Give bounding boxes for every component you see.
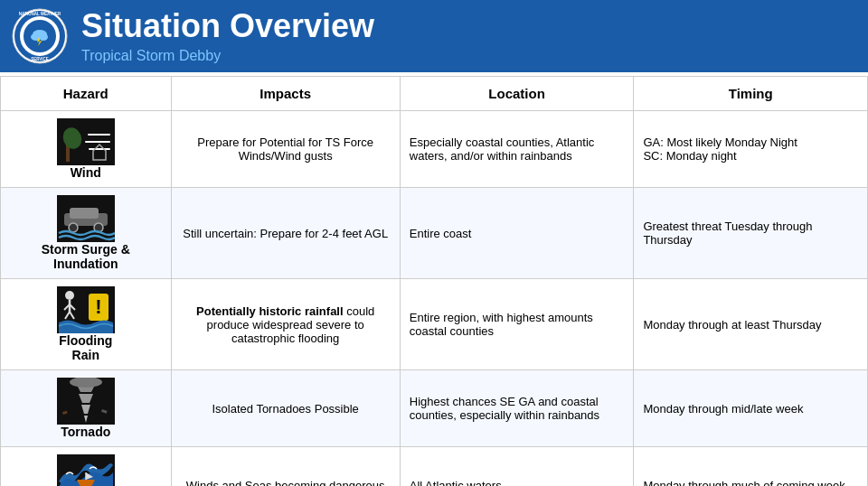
hazard-name: Tornado — [61, 425, 110, 439]
col-location: Location — [400, 77, 634, 111]
hazard-cell: Wind — [1, 111, 172, 188]
location-cell: Especially coastal counties, Atlantic wa… — [400, 111, 634, 188]
situation-table: Hazard Impacts Location Timing WindPrepa… — [0, 76, 868, 486]
table-container: Hazard Impacts Location Timing WindPrepa… — [0, 72, 868, 486]
svg-point-8 — [39, 33, 48, 41]
table-row: ! FloodingRainPotentially historic rainf… — [1, 279, 868, 370]
svg-point-23 — [65, 291, 74, 300]
table-row: TornadoIsolated Tornadoes PossibleHighes… — [1, 370, 868, 447]
timing-cell: Greatest threat Tuesday through Thursday — [634, 188, 868, 279]
hazard-cell: Marine — [1, 447, 172, 487]
col-hazard: Hazard — [1, 77, 172, 111]
hazard-name: FloodingRain — [59, 333, 112, 362]
impacts-text: Prepare for Potential for TS Force Winds… — [171, 111, 400, 188]
timing-cell: Monday through at least Thursday — [634, 279, 868, 370]
table-row: Storm Surge &InundationStill uncertain: … — [1, 188, 868, 279]
col-impacts: Impacts — [171, 77, 400, 111]
header: NATIONAL WEATHER SERVICE Situation Overv… — [0, 0, 868, 72]
nws-logo: NATIONAL WEATHER SERVICE — [11, 7, 69, 65]
impacts-bold-text: Potentially historic rainfall — [196, 304, 344, 318]
page-title: Situation Overview — [81, 8, 374, 44]
header-subtitle: Tropical Storm Debby — [81, 48, 374, 64]
svg-rect-11 — [66, 145, 70, 162]
impacts-text: Still uncertain: Prepare for 2-4 feet AG… — [171, 188, 400, 279]
hazard-cell: ! FloodingRain — [1, 279, 172, 370]
table-row: WindPrepare for Potential for TS Force W… — [1, 111, 868, 188]
timing-cell: Monday through much of coming week — [634, 447, 868, 487]
timing-cell: GA: Most likely Monday NightSC: Monday n… — [634, 111, 868, 188]
header-text: Situation Overview Tropical Storm Debby — [81, 8, 374, 64]
table-row: MarineWinds and Seas becoming dangerousA… — [1, 447, 868, 487]
location-cell: Entire coast — [400, 188, 634, 279]
svg-text:SERVICE: SERVICE — [31, 57, 49, 61]
impacts-cell: Potentially historic rainfall could prod… — [171, 279, 400, 370]
svg-text:!: ! — [95, 295, 101, 318]
location-cell: All Atlantic waters — [400, 447, 634, 487]
hazard-cell: Tornado — [1, 370, 172, 447]
svg-rect-19 — [70, 208, 99, 219]
hazard-name: Storm Surge &Inundation — [42, 242, 130, 271]
impacts-text: Isolated Tornadoes Possible — [171, 370, 400, 447]
impacts-text: Winds and Seas becoming dangerous — [171, 447, 400, 487]
svg-text:NATIONAL WEATHER: NATIONAL WEATHER — [19, 12, 61, 16]
location-cell: Highest chances SE GA and coastal counti… — [400, 370, 634, 447]
hazard-name: Wind — [71, 165, 101, 180]
hazard-cell: Storm Surge &Inundation — [1, 188, 172, 279]
col-timing: Timing — [634, 77, 868, 111]
table-header-row: Hazard Impacts Location Timing — [1, 77, 868, 111]
timing-cell: Monday through mid/late week — [634, 370, 868, 447]
location-cell: Entire region, with highest amounts coas… — [400, 279, 634, 370]
